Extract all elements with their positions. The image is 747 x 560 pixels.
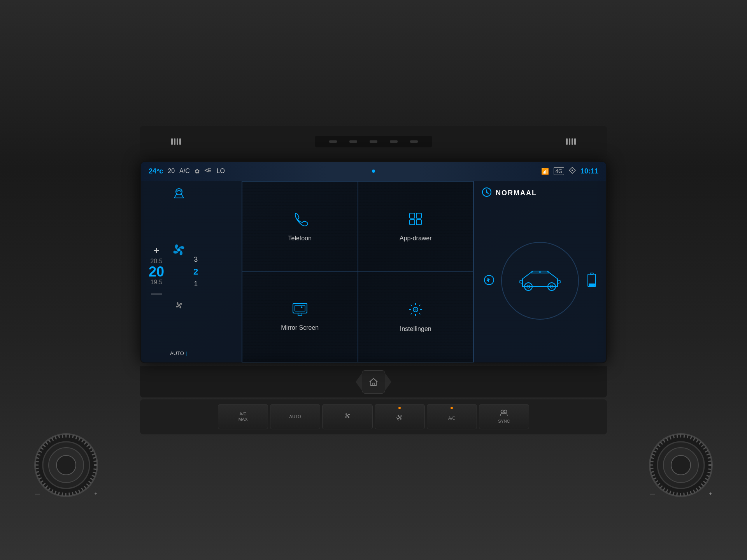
temp-increase-button[interactable]: + [153, 245, 160, 256]
fan-auto-label: AUTO | [170, 350, 188, 356]
fan-sync-icon [395, 413, 404, 424]
sync-label: SYNC [498, 419, 510, 424]
svg-point-11 [414, 308, 417, 311]
settings-icon [408, 302, 423, 321]
temperature-values: 20.5 20 19.5 [149, 258, 164, 286]
svg-rect-21 [589, 284, 595, 286]
right-dial[interactable]: — + [648, 432, 714, 500]
svg-rect-6 [410, 220, 415, 225]
main-content: + 20.5 20 19.5 — [141, 181, 606, 362]
svg-rect-4 [410, 213, 415, 218]
sync-button[interactable]: SYNC [479, 404, 529, 429]
fan-sync-button[interactable] [375, 404, 425, 429]
ac-max-button[interactable]: A/CMAX [218, 404, 268, 429]
svg-rect-9 [295, 305, 305, 311]
svg-point-0 [572, 170, 573, 171]
right-dial-minus: — [650, 491, 655, 497]
status-right-area: 📶 4G 10:11 [541, 167, 598, 175]
temp-low: 19.5 [150, 279, 162, 286]
svg-point-37 [671, 455, 691, 475]
mirror-screen-label: Mirror Screen [281, 324, 319, 331]
vent-slot [329, 140, 337, 143]
ac-value: 20 [168, 168, 175, 175]
fan-speed-1[interactable]: 1 [194, 280, 198, 288]
temp-decrease-button[interactable]: — [151, 288, 162, 299]
svg-rect-7 [416, 220, 421, 225]
telefoon-button[interactable]: Telefoon [242, 181, 358, 272]
temperature-column: + 20.5 20 19.5 — [149, 245, 164, 299]
svg-rect-5 [416, 213, 421, 218]
ac-button[interactable]: A/C [427, 404, 477, 429]
fan-speed-3[interactable]: 3 [194, 256, 198, 264]
location-icon [569, 167, 576, 175]
app-drawer-icon [408, 211, 423, 230]
main-fan-icon [170, 241, 188, 262]
mirror-screen-icon [292, 303, 308, 320]
ac-led [451, 407, 453, 409]
vehicle-panel: NORMAAL [474, 181, 606, 362]
svg-point-26 [504, 410, 507, 413]
home-button[interactable] [362, 370, 385, 394]
svg-point-32 [56, 455, 76, 475]
fan-icon: ✿ [195, 168, 200, 175]
svg-point-13 [486, 191, 487, 193]
ac-max-label: A/CMAX [238, 411, 248, 422]
climate-panel: + 20.5 20 19.5 — [141, 181, 242, 362]
ac-button-label: A/C [448, 416, 455, 421]
fan-speed-column: 3 2 1 [193, 256, 198, 288]
infotainment-screen[interactable]: 24°c 20 A/C ✿ LO [140, 161, 607, 363]
auto-label: AUTO [289, 414, 301, 419]
app-drawer-button[interactable]: App-drawer [358, 181, 474, 272]
fan-sync-led [398, 407, 401, 409]
left-dial-area: — + [33, 432, 99, 500]
normaal-icon [482, 187, 492, 199]
right-dial-area: — + [648, 432, 714, 500]
temp-current: 20 [149, 265, 164, 279]
status-bar: 24°c 20 A/C ✿ LO [141, 162, 606, 181]
instellingen-button[interactable]: Instellingen [358, 272, 474, 362]
left-dial[interactable]: — + [33, 432, 99, 500]
home-icon [368, 376, 379, 387]
instellingen-label: Instellingen [400, 326, 431, 332]
air-distribution-icon [204, 167, 212, 175]
status-dot [372, 170, 375, 173]
svg-point-23 [347, 415, 348, 416]
small-fan-icon [174, 300, 184, 313]
top-vent [140, 126, 607, 157]
left-dial-plus: + [94, 491, 97, 497]
control-bar [140, 366, 607, 397]
svg-point-24 [399, 416, 400, 418]
fan-level: LO [217, 168, 225, 175]
app-drawer-label: App-drawer [400, 235, 432, 242]
charge-icon [484, 275, 494, 287]
fan-speed-2[interactable]: 2 [193, 267, 198, 277]
mirror-screen-button[interactable]: Mirror Screen [242, 272, 358, 362]
air-distribution-fan-icon [171, 187, 187, 203]
vehicle-mode: NORMAAL [482, 187, 598, 199]
phone-icon [292, 211, 308, 230]
status-center [372, 170, 375, 173]
vent-slot [349, 140, 357, 143]
telefoon-label: Telefoon [288, 235, 312, 242]
mode-label: NORMAAL [496, 189, 537, 197]
sync-icon [500, 409, 508, 417]
network-icon: 4G [554, 167, 564, 175]
fan-button[interactable] [322, 404, 372, 429]
fan-column: AUTO | [170, 187, 188, 357]
temperature-display: 24°c [149, 167, 163, 175]
left-dial-minus: — [35, 491, 40, 497]
svg-point-3 [178, 304, 180, 306]
auto-button[interactable]: AUTO [270, 404, 320, 429]
time-display: 10:11 [580, 167, 598, 175]
apps-panel: Telefoon App-drawer [242, 181, 474, 362]
right-dial-plus: + [709, 491, 712, 497]
vent-slot [390, 140, 398, 143]
svg-point-2 [177, 248, 181, 252]
battery-icon [587, 273, 596, 289]
car-surround: 24°c 20 A/C ✿ LO [0, 0, 747, 560]
vent-center [315, 136, 432, 147]
ac-label: A/C [179, 168, 190, 175]
vehicle-display [482, 205, 598, 357]
vent-slot [410, 140, 418, 143]
vent-slot [370, 140, 377, 143]
